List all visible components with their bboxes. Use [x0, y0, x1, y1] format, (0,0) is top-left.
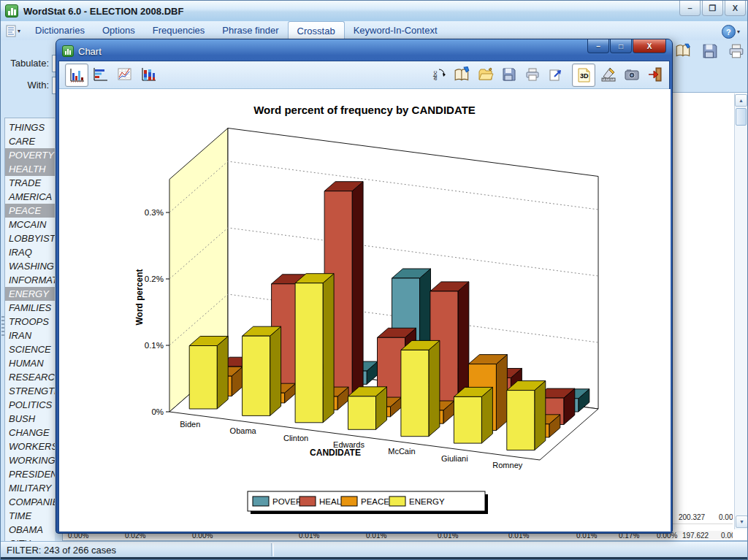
- save-chart-button[interactable]: [498, 64, 520, 85]
- svg-text:Obama: Obama: [230, 426, 257, 435]
- word-list-item-companies[interactable]: COMPANIES: [5, 495, 55, 509]
- word-list-item-iraq[interactable]: IRAQ: [5, 245, 55, 259]
- horizontal-bar-chart-button[interactable]: [89, 64, 111, 85]
- svg-text:Biden: Biden: [180, 420, 200, 429]
- word-list-item-military[interactable]: MILITARY: [5, 481, 55, 495]
- word-list-item-time[interactable]: TIME: [5, 509, 55, 523]
- word-list[interactable]: THINGSCAREPOVERTYHEALTHTRADEAMERICAPEACE…: [4, 118, 55, 543]
- word-list-item-bush[interactable]: BUSH: [5, 412, 55, 426]
- file-menu-button[interactable]: ▾: [3, 23, 23, 39]
- word-list-item-america[interactable]: AMERICA: [5, 190, 55, 204]
- word-list-item-care[interactable]: CARE: [5, 134, 55, 148]
- title-bar: WordStat 6.0 - ELECTION 2008.DBF – ❐ X: [1, 1, 748, 22]
- 3d-view-button[interactable]: 3D: [572, 64, 595, 87]
- export-button[interactable]: [545, 64, 567, 85]
- svg-text:0.2%: 0.2%: [145, 275, 164, 283]
- snapshot-button[interactable]: [621, 64, 643, 85]
- scroll-thumb[interactable]: [736, 108, 747, 126]
- stacked-bar-chart-button[interactable]: [137, 64, 159, 85]
- word-list-item-peace[interactable]: PEACE: [5, 204, 55, 218]
- bar-energy-obama: [243, 326, 281, 415]
- word-list-item-information[interactable]: INFORMATION: [5, 273, 55, 287]
- word-list-item-troops[interactable]: TROOPS: [5, 315, 55, 329]
- svg-text:0.1%: 0.1%: [145, 341, 164, 350]
- restore-button[interactable]: ❐: [702, 1, 723, 16]
- close-button[interactable]: X: [725, 1, 746, 16]
- chart-dialog-titlebar[interactable]: Chart – □ X: [58, 42, 670, 61]
- word-list-item-workers[interactable]: WORKERS: [5, 440, 55, 453]
- status-divider: [271, 543, 274, 556]
- close-chart-button[interactable]: [644, 64, 666, 85]
- menu-item-options[interactable]: Options: [94, 21, 144, 40]
- table-cell: 0.000: [721, 532, 733, 540]
- word-list-item-obama[interactable]: OBAMA: [5, 523, 55, 537]
- word-list-item-science[interactable]: SCIENCE: [5, 342, 55, 356]
- print-button[interactable]: [727, 42, 746, 61]
- word-list-item-poverty[interactable]: POVERTY: [5, 148, 55, 162]
- word-list-item-energy[interactable]: ENERGY: [5, 287, 55, 301]
- minimize-button[interactable]: –: [679, 1, 701, 16]
- 3d-view-icon: 3D: [576, 67, 592, 83]
- svg-text:CANDIDATE: CANDIDATE: [310, 448, 361, 458]
- vertical-scrollbar[interactable]: ▲ ▼: [734, 93, 747, 529]
- word-list-item-strength[interactable]: STRENGTH: [5, 384, 55, 398]
- word-list-item-health[interactable]: HEALTH: [5, 162, 55, 176]
- scroll-down-button[interactable]: ▼: [736, 515, 748, 528]
- svg-text:abc: abc: [432, 71, 438, 80]
- axis-edit-icon: [600, 66, 617, 83]
- word-list-item-change[interactable]: CHANGE: [5, 426, 55, 440]
- save-button[interactable]: [701, 42, 720, 61]
- word-list-item-working[interactable]: WORKING: [5, 453, 55, 467]
- with-label: With:: [2, 80, 49, 91]
- chart-legend: POVERTYHEALTHPEACEENERGY: [248, 491, 488, 514]
- vertical-bar-chart-button[interactable]: [65, 64, 88, 87]
- word-list-item-politics[interactable]: POLITICS: [5, 398, 55, 412]
- window-title: WordStat 6.0 - ELECTION 2008.DBF: [23, 6, 183, 17]
- word-list-item-president[interactable]: PRESIDENT: [5, 467, 55, 481]
- svg-text:0%: 0%: [151, 407, 164, 416]
- legend-item-energy: ENERGY: [389, 496, 445, 506]
- word-list-item-research[interactable]: RESEARCH: [5, 370, 55, 384]
- svg-text:0.3%: 0.3%: [145, 208, 164, 217]
- bar-energy-edwards: [348, 387, 387, 430]
- main-toolbar: [674, 42, 746, 61]
- word-list-item-trade[interactable]: TRADE: [5, 176, 55, 190]
- menu-item-frequencies[interactable]: Frequencies: [144, 21, 214, 40]
- dialog-maximize-button[interactable]: □: [610, 39, 632, 53]
- menu-item-keyword-in-context[interactable]: Keyword-In-Context: [345, 21, 446, 40]
- svg-text:Giuliani: Giuliani: [441, 454, 468, 463]
- report-button[interactable]: [674, 42, 693, 61]
- dialog-minimize-button[interactable]: –: [587, 39, 609, 53]
- menu-item-crosstab[interactable]: Crosstab: [288, 21, 345, 40]
- report-icon: [675, 43, 692, 59]
- chart-toolbar: abc 3D: [59, 61, 669, 89]
- menu-item-dictionaries[interactable]: Dictionaries: [26, 21, 94, 40]
- word-list-item-families[interactable]: FAMILIES: [5, 301, 55, 315]
- print-icon: [728, 43, 744, 59]
- word-list-item-washington[interactable]: WASHINGTON: [5, 259, 55, 273]
- svg-text:McCain: McCain: [388, 447, 415, 456]
- copy-values-icon: [454, 66, 471, 83]
- chart-dialog-icon: [62, 45, 74, 57]
- table-cell: 197.622: [682, 532, 709, 540]
- open-button[interactable]: [475, 64, 497, 85]
- word-list-item-things[interactable]: THINGS: [5, 120, 55, 134]
- axis-edit-button[interactable]: [598, 64, 619, 85]
- camera-icon: [624, 67, 640, 82]
- chart-dialog-title: Chart: [78, 46, 102, 57]
- word-list-item-lobbyists[interactable]: LOBBYISTS: [5, 231, 55, 245]
- chart-dialog: Chart – □ X abc: [56, 39, 673, 534]
- menu-bar-items: DictionariesOptionsFrequenciesPhrase fin…: [26, 21, 446, 40]
- scroll-up-button[interactable]: ▲: [735, 94, 747, 107]
- print-chart-button[interactable]: [522, 64, 543, 85]
- rotate-labels-button[interactable]: abc: [428, 64, 450, 85]
- menu-item-phrase-finder[interactable]: Phrase finder: [213, 21, 287, 40]
- stacked-bar-icon: [140, 66, 157, 83]
- help-button[interactable]: ? ▾: [722, 25, 740, 39]
- dialog-close-button[interactable]: X: [633, 39, 666, 53]
- word-list-item-mccain[interactable]: MCCAIN: [5, 218, 55, 231]
- copy-values-button[interactable]: [451, 64, 473, 85]
- word-list-item-human[interactable]: HUMAN: [5, 356, 55, 370]
- line-chart-button[interactable]: [113, 64, 135, 85]
- word-list-item-iran[interactable]: IRAN: [5, 329, 55, 342]
